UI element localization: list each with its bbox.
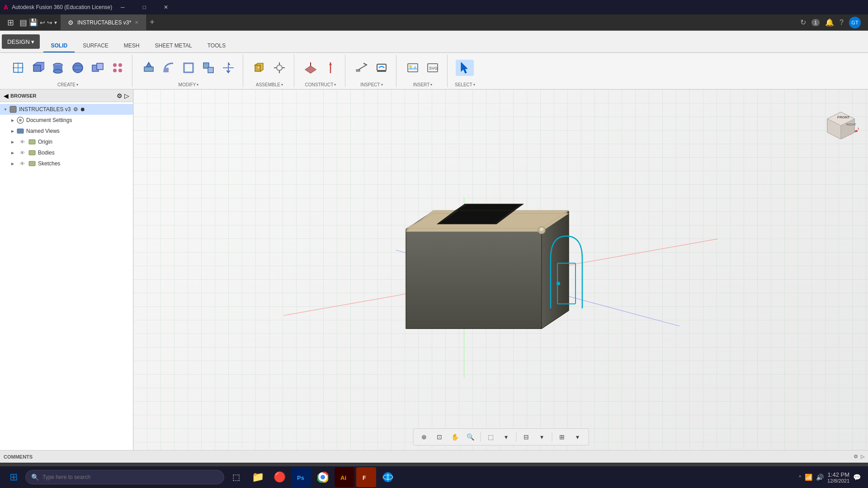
create-pattern-button[interactable] — [108, 60, 127, 76]
select-button[interactable] — [456, 60, 474, 76]
browser-settings-icon[interactable]: ⚙ — [117, 92, 123, 99]
tree-item-sketches[interactable]: ▶ 👁 Sketches — [0, 158, 133, 169]
tree-eye-origin[interactable]: 👁 — [18, 138, 26, 146]
comments-settings-icon[interactable]: ⚙ — [854, 454, 858, 460]
viewport-display-arrow[interactable]: ▾ — [500, 431, 512, 443]
fillet-button[interactable] — [160, 60, 178, 76]
design-dropdown-button[interactable]: DESIGN ▾ — [2, 34, 40, 49]
svg-point-89 — [321, 475, 325, 479]
create-cylinder-button[interactable] — [49, 60, 67, 76]
save-button[interactable]: 💾 — [29, 18, 38, 27]
tree-eye-bodies[interactable]: 👁 — [18, 149, 26, 157]
tree-icon-sketches — [28, 160, 36, 168]
axis-button[interactable] — [321, 60, 340, 76]
taskbar-chrome[interactable] — [313, 467, 333, 487]
redo-arrow-button[interactable]: ▾ — [54, 19, 57, 26]
close-button[interactable]: ✕ — [156, 0, 176, 14]
construct-group: CONSTRUCT ▾ — [296, 55, 345, 87]
assemble-label[interactable]: ASSEMBLE ▾ — [256, 80, 283, 87]
taskbar-illustrator[interactable]: Ai — [335, 467, 354, 487]
viewport-pan-button[interactable]: ✋ — [448, 431, 461, 443]
tree-item-named-views[interactable]: ▶ Named Views — [0, 126, 133, 136]
tree-item-origin[interactable]: ▶ 👁 Origin — [0, 136, 133, 147]
minimize-button[interactable]: ─ — [112, 0, 133, 14]
comments-bar: COMMENTS ⚙ ▷ — [0, 450, 868, 463]
maximize-button[interactable]: □ — [134, 0, 155, 14]
insert-label[interactable]: INSERT ▾ — [413, 80, 433, 87]
taskbar-photoshop[interactable]: Ps — [291, 467, 311, 487]
plane-button[interactable] — [302, 60, 320, 76]
browser-collapse-icon[interactable]: ◀ — [4, 92, 9, 99]
select-label[interactable]: SELECT ▾ — [455, 80, 475, 87]
active-tab[interactable]: ⚙ INSTRUCTABLES v3* ✕ — [61, 14, 146, 31]
shell-button[interactable] — [179, 60, 198, 76]
new-tab-button[interactable]: + — [150, 18, 155, 27]
app-menu-button[interactable]: ⊞ — [7, 18, 14, 28]
modify-label[interactable]: MODIFY ▾ — [179, 80, 199, 87]
viewport[interactable]: X Y Z FRONT RIGHT ⊕ ⊡ ✋ 🔍 ⬚ ▾ ⊟ ▾ — [133, 89, 868, 450]
tree-item-root[interactable]: ▼ INSTRUCTABLES v3 ⚙ ⏺ — [0, 104, 133, 115]
taskbar-browser2[interactable] — [378, 467, 398, 487]
viewport-display-button[interactable]: ⬚ — [484, 431, 497, 443]
tree-eye-sketches[interactable]: 👁 — [18, 160, 26, 168]
viewport-home-button[interactable]: ⊕ — [418, 431, 430, 443]
task-view-button[interactable]: ⬚ — [226, 467, 246, 487]
combine-modify-button[interactable] — [199, 60, 217, 76]
measure-button[interactable] — [353, 60, 371, 76]
search-bar[interactable]: 🔍 — [25, 470, 224, 484]
create-buttons — [9, 55, 127, 80]
browser-expand-icon[interactable]: ▷ — [124, 92, 129, 99]
help-icon[interactable]: ? — [840, 19, 844, 27]
taskbar-app1[interactable]: 🔴 — [269, 467, 289, 487]
file-explorer-button[interactable]: 📁 — [248, 467, 268, 487]
tab-surface[interactable]: SURFACE — [75, 40, 116, 52]
file-menu-button[interactable]: ▤ — [19, 18, 27, 28]
tab-sheet-metal[interactable]: SHEET METAL — [148, 40, 199, 52]
taskbar-app2[interactable]: F — [356, 467, 376, 487]
svg-point-68 — [557, 282, 560, 285]
viewport-view-arrow[interactable]: ▾ — [571, 431, 584, 443]
viewport-zoom-button[interactable]: 🔍 — [464, 431, 476, 443]
tab-solid[interactable]: SOLID — [43, 40, 75, 52]
create-box-button[interactable] — [29, 60, 47, 76]
clock[interactable]: 1:42 PM 12/8/2021 — [827, 471, 849, 483]
undo-button[interactable]: ↩ — [40, 19, 45, 26]
tab-tools[interactable]: TOOLS — [200, 40, 233, 52]
browser-tree: ▼ INSTRUCTABLES v3 ⚙ ⏺ ▶ Document Settin… — [0, 102, 133, 450]
press-pull-button[interactable] — [140, 60, 158, 76]
sync-icon[interactable]: ↻ — [800, 18, 806, 27]
construct-label[interactable]: CONSTRUCT ▾ — [305, 80, 336, 87]
sys-tray-arrow[interactable]: ^ — [799, 475, 801, 480]
viewport-orbit-button[interactable]: ⊡ — [433, 431, 446, 443]
inspect-label[interactable]: INSPECT ▾ — [360, 80, 382, 87]
viewcube[interactable]: X Y Z FRONT RIGHT — [818, 99, 854, 135]
user-avatar[interactable]: GT — [849, 17, 861, 28]
volume-icon[interactable]: 🔊 — [816, 474, 824, 481]
create-sketch-button[interactable] — [9, 60, 27, 76]
viewport-grid-arrow[interactable]: ▾ — [535, 431, 548, 443]
insert-image-button[interactable] — [404, 60, 422, 76]
viewport-grid-button[interactable]: ⊟ — [520, 431, 533, 443]
search-input[interactable] — [42, 474, 218, 480]
create-sphere-button[interactable] — [69, 60, 87, 76]
root-record-icon[interactable]: ⏺ — [80, 106, 85, 113]
create-label[interactable]: CREATE ▾ — [57, 80, 78, 87]
display-settings-button[interactable] — [373, 60, 391, 76]
viewport-view-button[interactable]: ⊞ — [556, 431, 568, 443]
root-settings-icon[interactable]: ⚙ — [73, 106, 78, 113]
create-combine-button[interactable] — [89, 60, 107, 76]
network-icon[interactable]: 📶 — [805, 474, 812, 481]
comments-expand-icon[interactable]: ▷ — [861, 454, 864, 460]
notification-icon[interactable]: 🔔 — [825, 18, 834, 27]
tree-item-doc-settings[interactable]: ▶ Document Settings — [0, 115, 133, 126]
redo-button[interactable]: ↪ — [47, 19, 52, 26]
tab-mesh[interactable]: MESH — [117, 40, 147, 52]
joint-button[interactable] — [270, 60, 288, 76]
tab-close-button[interactable]: ✕ — [135, 20, 138, 25]
new-component-button[interactable]: + — [250, 60, 269, 76]
insert-svg-button[interactable]: SVG — [424, 60, 442, 76]
notification-tray-icon[interactable]: 💬 — [853, 474, 861, 481]
tree-item-bodies[interactable]: ▶ 👁 Bodies — [0, 147, 133, 158]
move-button[interactable] — [219, 60, 237, 76]
start-button[interactable]: ⊞ — [4, 467, 24, 487]
